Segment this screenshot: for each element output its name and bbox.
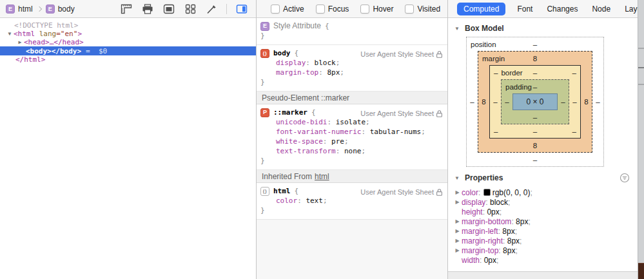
html-rule[interactable]: User Agent Style Sheet () html { color: … <box>257 183 447 220</box>
padding-left-value[interactable]: – <box>502 98 512 106</box>
computed-property-row[interactable]: ▶ display: block; <box>448 197 638 207</box>
ruler-icon[interactable] <box>120 3 133 15</box>
position-top-value[interactable]: – <box>533 41 537 48</box>
checkbox-focus[interactable] <box>316 5 325 14</box>
properties-header[interactable]: ▼ Properties <box>448 167 638 186</box>
margin-left-value[interactable]: 8 <box>478 98 489 106</box>
box-model-header[interactable]: ▼ Box Model <box>448 18 638 35</box>
position-bottom-value[interactable]: – <box>533 156 537 164</box>
property-value[interactable]: tabular-nums <box>370 128 421 136</box>
property-value[interactable]: isolate <box>336 118 366 126</box>
head-node[interactable]: ▶ <head>…</head> <box>0 38 256 46</box>
paint-flashing-icon[interactable] <box>205 3 218 15</box>
grid-components-icon[interactable] <box>184 3 197 15</box>
disclosure-right-icon[interactable]: ▶ <box>453 238 462 244</box>
css-property[interactable]: unicode-bidi: isolate; <box>260 117 444 127</box>
border-bottom-value[interactable]: – <box>533 128 537 135</box>
border-ring[interactable]: – border – – – padding <box>489 65 581 139</box>
body-rule[interactable]: User Agent Style Sheet () body { display… <box>257 45 447 91</box>
breadcrumb-item-body[interactable]: E body <box>46 5 75 14</box>
property-name[interactable]: text-transform <box>276 147 336 155</box>
property-value[interactable]: none <box>344 147 362 155</box>
computed-property-row[interactable]: height: 0px; <box>448 207 638 216</box>
computed-property-row[interactable]: ▶ color: rgb(0, 0, 0); <box>448 188 638 197</box>
border-bottom-right-value[interactable]: – <box>572 128 576 135</box>
property-name[interactable]: color <box>276 197 297 205</box>
tab-changes[interactable]: Changes <box>544 3 580 15</box>
inherited-html-link[interactable]: html <box>315 172 329 181</box>
disclosure-right-icon[interactable]: ▶ <box>453 189 462 195</box>
css-property[interactable]: white-space: pre; <box>260 137 444 146</box>
property-value[interactable]: pre <box>331 137 344 146</box>
style-attribute-rule[interactable]: E Style Attribute { } <box>257 18 447 45</box>
checkbox-hover[interactable] <box>360 5 369 14</box>
html-node[interactable]: ▼ <html lang="en"> <box>0 30 256 38</box>
property-value[interactable]: block <box>315 59 336 67</box>
content-box[interactable]: 0 × 0 <box>512 93 558 110</box>
frame-capture-icon[interactable] <box>162 3 175 15</box>
computed-property-row[interactable]: ▶ margin-top: 8px; <box>448 245 638 255</box>
position-right-value[interactable]: – <box>592 98 603 106</box>
body-node-selected[interactable]: <body></body> = $0 <box>0 46 256 55</box>
margin-bottom-value[interactable]: 8 <box>533 142 537 149</box>
margin-top-value[interactable]: 8 <box>533 55 537 63</box>
disclosure-down-icon[interactable]: ▼ <box>453 26 461 32</box>
border-right-value[interactable]: – <box>569 98 580 106</box>
doctype-node[interactable]: <!DOCTYPE html> <box>0 21 256 30</box>
toggle-visited[interactable]: Visited <box>405 5 440 14</box>
tab-font[interactable]: Font <box>514 3 535 15</box>
property-value[interactable]: 8px <box>327 68 340 77</box>
margin-ring[interactable]: margin 8 8 – border – – <box>478 51 592 153</box>
padding-bottom-value[interactable]: – <box>533 113 537 121</box>
disclosure-right-icon[interactable]: ▶ <box>453 199 462 205</box>
checkbox-visited[interactable] <box>405 5 414 14</box>
disclosure-right-icon[interactable]: ▶ <box>453 247 462 253</box>
rule-selector[interactable]: ::marker <box>273 108 307 117</box>
tab-computed[interactable]: Computed <box>457 3 505 15</box>
padding-top-value[interactable]: – <box>533 83 537 91</box>
property-name[interactable]: unicode-bidi <box>276 118 327 126</box>
css-property[interactable]: display: block; <box>260 58 444 68</box>
print-icon[interactable] <box>141 3 154 15</box>
border-top-value[interactable]: – <box>533 69 537 77</box>
padding-right-value[interactable]: – <box>558 98 569 106</box>
rule-selector[interactable]: body <box>273 48 291 58</box>
checkbox-active[interactable] <box>271 5 280 14</box>
computed-property-row[interactable]: ▶ margin-right: 8px; <box>448 236 638 245</box>
rule-selector[interactable]: html <box>273 186 291 196</box>
position-left-value[interactable]: – <box>467 98 478 106</box>
property-value[interactable]: text <box>306 197 323 205</box>
property-name[interactable]: font-variant-numeric <box>276 128 361 136</box>
property-name[interactable]: white-space <box>276 137 323 146</box>
margin-right-value[interactable]: 8 <box>581 98 592 106</box>
toggle-hover[interactable]: Hover <box>360 5 393 14</box>
filter-icon[interactable] <box>620 173 630 183</box>
position-ring[interactable]: position – – margin 8 8 <box>466 37 604 167</box>
property-name[interactable]: display <box>276 59 306 67</box>
border-top-left-value[interactable]: – <box>494 69 498 77</box>
window-scrollbar-strip[interactable] <box>638 0 644 279</box>
html-close-node[interactable]: </html> <box>0 55 256 64</box>
disclosure-right-icon[interactable]: ▶ <box>16 38 24 46</box>
css-property[interactable]: margin-top: 8px; <box>260 68 444 77</box>
disclosure-right-icon[interactable]: ▶ <box>453 228 462 234</box>
disclosure-right-icon[interactable]: ▶ <box>453 218 462 224</box>
property-name[interactable]: margin-top <box>276 68 318 77</box>
computed-property-row[interactable]: ▶ margin-left: 8px; <box>448 226 638 236</box>
disclosure-down-icon[interactable]: ▼ <box>453 175 461 181</box>
breadcrumb-item-html[interactable]: E html <box>6 5 33 14</box>
computed-property-row[interactable]: width: 0px; <box>448 255 638 265</box>
border-left-value[interactable]: – <box>490 98 501 106</box>
color-swatch[interactable] <box>483 189 491 196</box>
disclosure-down-icon[interactable]: ▼ <box>6 30 14 38</box>
details-sidebar-toggle-icon[interactable] <box>235 3 248 15</box>
padding-ring[interactable]: padding – – 0 × 0 – <box>501 79 569 124</box>
tab-node[interactable]: Node <box>589 3 613 15</box>
css-property[interactable]: font-variant-numeric: tabular-nums; <box>260 127 444 137</box>
css-property[interactable]: color: text; <box>260 196 444 206</box>
toggle-focus[interactable]: Focus <box>316 5 349 14</box>
toggle-active[interactable]: Active <box>271 5 304 14</box>
marker-rule[interactable]: User Agent Style Sheet P ::marker { unic… <box>257 104 447 170</box>
css-property[interactable]: text-transform: none; <box>260 146 444 156</box>
border-bottom-left-value[interactable]: – <box>494 128 498 135</box>
